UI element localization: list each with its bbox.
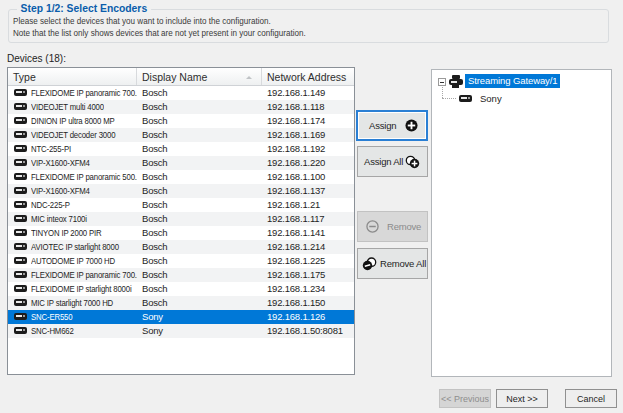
assigned-devices-tree[interactable]: Streaming Gateway/1 Sony <box>431 69 612 377</box>
remove-button[interactable]: Remove <box>357 211 428 242</box>
cell-display-name: Bosch <box>137 114 262 128</box>
encoder-icon <box>14 327 27 334</box>
assign-button[interactable]: Assign <box>356 110 428 141</box>
cell-type: VIDEOJET multi 4000 <box>8 100 137 114</box>
cell-network-address: 192.168.1.149 <box>262 86 354 100</box>
assign-all-button[interactable]: Assign All <box>357 146 428 177</box>
table-row[interactable]: FLEXIDOME IP panoramic 700...Bosch192.16… <box>8 268 354 282</box>
tree-connector <box>442 87 443 98</box>
table-row[interactable]: MIC IP starlight 7000 HDBosch192.168.1.1… <box>8 296 354 310</box>
cell-type: SNC-ER550 <box>8 310 137 324</box>
cell-network-address: 192.168.1.118 <box>262 100 354 114</box>
encoder-icon <box>14 187 27 194</box>
tree-root-row[interactable]: Streaming Gateway/1 <box>432 74 611 90</box>
cell-network-address: 192.168.1.141 <box>262 226 354 240</box>
column-header-type[interactable]: Type <box>8 68 137 85</box>
cell-display-name: Bosch <box>137 184 262 198</box>
encoder-icon <box>14 159 27 166</box>
cell-type: NDC-225-P <box>8 198 137 212</box>
description-line-1: Please select the devices that you want … <box>13 15 306 27</box>
table-row[interactable]: MIC inteox 7100iBosch192.168.1.117 <box>8 212 354 226</box>
encoder-icon <box>14 299 27 306</box>
table-row[interactable]: DINION IP ultra 8000 MPBosch192.168.1.17… <box>8 114 354 128</box>
cell-type: VIP-X1600-XFM4 <box>8 184 137 198</box>
table-row[interactable]: VIDEOJET multi 4000Bosch192.168.1.118 <box>8 100 354 114</box>
encoder-icon <box>14 103 27 110</box>
cell-type: DINION IP ultra 8000 MP <box>8 114 137 128</box>
devices-table[interactable]: Type Display Name Network Address FLEXID… <box>7 67 355 375</box>
cell-type: FLEXIDOME IP panoramic 700... <box>8 86 137 100</box>
cell-display-name: Bosch <box>137 296 262 310</box>
cell-network-address: 192.168.1.150 <box>262 296 354 310</box>
cell-type: SNC-HM662 <box>8 324 137 338</box>
cell-network-address: 192.168.1.137 <box>262 184 354 198</box>
table-row[interactable]: NDC-225-PBosch192.168.1.21 <box>8 198 354 212</box>
table-row[interactable]: VIP-X1600-XFM4Bosch192.168.1.220 <box>8 156 354 170</box>
cell-display-name: Sony <box>137 324 262 338</box>
encoder-icon <box>14 145 27 152</box>
table-header: Type Display Name Network Address <box>8 68 354 86</box>
cell-network-address: 192.168.1.117 <box>262 212 354 226</box>
encoder-icon <box>14 243 27 250</box>
table-row[interactable]: FLEXIDOME IP panoramic 500...Bosch192.16… <box>8 170 354 184</box>
cell-network-address: 192.168.1.175 <box>262 268 354 282</box>
encoder-icon <box>459 95 472 102</box>
cell-type: TINYON IP 2000 PIR <box>8 226 137 240</box>
table-row[interactable]: VIP-X1600-XFM4Bosch192.168.1.137 <box>8 184 354 198</box>
encoder-icon <box>14 173 27 180</box>
cell-network-address: 192.168.1.50:8081 <box>262 324 354 338</box>
step-title: Step 1/2: Select Encoders <box>17 2 151 14</box>
cell-network-address: 192.168.1.234 <box>262 282 354 296</box>
cell-display-name: Bosch <box>137 86 262 100</box>
cancel-button[interactable]: Cancel <box>565 389 617 408</box>
cell-type: FLEXIDOME IP panoramic 700... <box>8 268 137 282</box>
description-line-2: Note that the list only shows devices th… <box>13 27 306 39</box>
encoder-icon <box>14 313 27 320</box>
cell-display-name: Bosch <box>137 170 262 184</box>
streaming-gateway-icon <box>449 75 464 88</box>
cell-display-name: Bosch <box>137 128 262 142</box>
table-row[interactable]: SNC-HM662Sony192.168.1.50:8081 <box>8 324 354 338</box>
remove-all-button[interactable]: Remove All <box>357 248 428 279</box>
encoder-icon <box>14 257 27 264</box>
cell-type: VIP-X1600-XFM4 <box>8 156 137 170</box>
tree-child-label[interactable]: Sony <box>480 93 502 104</box>
tree-child-row[interactable]: Sony <box>432 91 611 106</box>
cell-type: AUTODOME IP 7000 HD <box>8 254 137 268</box>
double-minus-circle-icon <box>362 257 377 271</box>
previous-button[interactable]: << Previous <box>439 389 491 408</box>
table-row[interactable]: VIDEOJET decoder 3000Bosch192.168.1.169 <box>8 128 354 142</box>
cell-type: MIC inteox 7100i <box>8 212 137 226</box>
table-row[interactable]: FLEXIDOME IP panoramic 700...Bosch192.16… <box>8 86 354 100</box>
column-header-display-name[interactable]: Display Name <box>137 68 262 85</box>
column-header-network-address[interactable]: Network Address <box>262 68 354 85</box>
cell-display-name: Bosch <box>137 240 262 254</box>
table-row[interactable]: NTC-255-PIBosch192.168.1.192 <box>8 142 354 156</box>
table-row[interactable]: SNC-ER550Sony192.168.1.126 <box>8 310 354 324</box>
encoder-icon <box>14 229 27 236</box>
cell-display-name: Bosch <box>137 268 262 282</box>
table-row[interactable]: FLEXIDOME IP starlight 8000iBosch192.168… <box>8 282 354 296</box>
cell-network-address: 192.168.1.21 <box>262 198 354 212</box>
next-button[interactable]: Next >> <box>496 389 548 408</box>
encoder-icon <box>14 215 27 222</box>
table-row[interactable]: TINYON IP 2000 PIRBosch192.168.1.141 <box>8 226 354 240</box>
step-description: Please select the devices that you want … <box>13 15 306 38</box>
cell-display-name: Bosch <box>137 282 262 296</box>
double-plus-circle-icon <box>405 155 420 169</box>
tree-connector <box>442 98 456 99</box>
devices-count-label: Devices (18): <box>7 53 66 64</box>
tree-root-label[interactable]: Streaming Gateway/1 <box>465 74 560 88</box>
encoder-icon <box>14 89 27 96</box>
cell-type: FLEXIDOME IP starlight 8000i <box>8 282 137 296</box>
table-row[interactable]: AVIOTEC IP starlight 8000Bosch192.168.1.… <box>8 240 354 254</box>
encoder-icon <box>14 271 27 278</box>
cell-type: NTC-255-PI <box>8 142 137 156</box>
cell-network-address: 192.168.1.174 <box>262 114 354 128</box>
cell-network-address: 192.168.1.100 <box>262 170 354 184</box>
collapse-icon[interactable] <box>438 78 446 86</box>
cell-network-address: 192.168.1.126 <box>262 310 354 324</box>
encoder-icon <box>14 201 27 208</box>
cell-display-name: Bosch <box>137 156 262 170</box>
table-row[interactable]: AUTODOME IP 7000 HDBosch192.168.1.225 <box>8 254 354 268</box>
